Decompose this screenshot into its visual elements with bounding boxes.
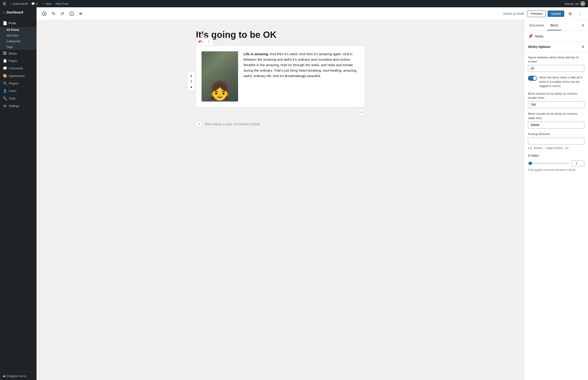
section-collapse-icon: ∧ <box>582 44 584 49</box>
sticky-block-icon: 📌 <box>198 40 201 43</box>
pushup-label: Pushup Element: <box>528 132 584 136</box>
sticky-block-header: 📌 Sticky <box>524 31 588 42</box>
block-more-options-button[interactable]: ⋮ <box>205 38 212 45</box>
block-controls: 📌 ▾ ⋮ <box>196 38 213 46</box>
toggle-label-text: Move the block down a little bit if ther… <box>539 76 584 88</box>
sidebar-subitem-categories[interactable]: Categories <box>0 38 37 44</box>
sidebar-subitem-add-new[interactable]: Add New <box>0 33 37 38</box>
sidebar-item-plugins[interactable]: 🔌 Plugins <box>0 80 37 87</box>
plus-icon: ＋ <box>41 1 44 6</box>
settings-button[interactable] <box>566 10 574 18</box>
space-input[interactable] <box>528 65 584 72</box>
adminbar-new[interactable]: ＋ New <box>41 1 52 6</box>
adminbar-comments[interactable]: 💬 0 <box>31 2 38 5</box>
sidebar-item-tools[interactable]: 🔧 Tools <box>0 95 37 102</box>
option-min-screen: Block should not be sticky on screens sm… <box>528 92 584 108</box>
list-view-button[interactable] <box>77 10 85 18</box>
editor-toolbar: Switch to Draft Preview Update ⋮ <box>37 7 588 20</box>
redo-button[interactable] <box>59 10 67 18</box>
sidebar-item-comments[interactable]: 💬 Comments <box>0 65 37 72</box>
block-move-controls: ▲ ⠿ ▼ <box>188 72 195 91</box>
sidebar: ⌂ Dashboard 📄 Posts All Posts Add New Ca… <box>0 7 37 380</box>
bold-text: Life is amazing. <box>243 52 269 56</box>
sidebar-brand[interactable]: ⌂ Dashboard <box>0 7 37 18</box>
min-screen-label: Block should not be sticky on screens sm… <box>528 92 584 100</box>
block-type-button[interactable]: 📌 ▾ <box>197 38 203 45</box>
add-block-inside-button[interactable]: ＋ <box>358 109 365 115</box>
sticky-options-title: Sticky Options <box>528 45 550 49</box>
pushup-input[interactable] <box>528 137 584 144</box>
undo-button[interactable] <box>49 10 58 18</box>
zindex-value-input[interactable] <box>572 161 584 166</box>
zindex-label: Z-index: <box>528 154 584 157</box>
home-icon: ⌂ <box>10 2 12 5</box>
sidebar-item-pages[interactable]: 📋 Pages <box>0 57 37 65</box>
collapse-menu-button[interactable]: ◀ Collapse menu <box>0 372 37 380</box>
more-options-button[interactable]: ⋮ <box>576 10 584 18</box>
admin-bar: ⊞ ⌂ GutenSenff 💬 0 ＋ New View Post Howdy… <box>0 0 588 7</box>
comment-icon: 💬 <box>31 2 35 5</box>
sidebar-item-users[interactable]: 👤 Users <box>0 87 37 95</box>
settings-icon: ⚙ <box>3 104 7 108</box>
sticky-options-content: Space between sticky block and top of sc… <box>524 52 588 175</box>
option-toggle-row: Move the block down a little bit if ther… <box>528 76 584 88</box>
min-screen-input[interactable] <box>528 101 584 108</box>
update-button[interactable]: Update <box>547 11 564 17</box>
space-label: Space between sticky block and top of sc… <box>528 56 584 64</box>
move-up-button[interactable]: ▲ <box>188 73 194 78</box>
max-screen-label: Block should not be sticky on screens wi… <box>528 112 584 120</box>
panel-tabs: Document Block ✕ <box>524 20 588 31</box>
pushup-hint: e.g. '#footer', '.widget-bottom', etc. <box>528 146 584 150</box>
sidebar-subitem-all-posts[interactable]: All Posts <box>0 27 37 33</box>
adminbar-site-name[interactable]: ⌂ GutenSenff <box>10 2 28 5</box>
plugins-icon: 🔌 <box>3 81 7 86</box>
sidebar-item-settings[interactable]: ⚙ Settings <box>0 102 37 110</box>
drag-handle[interactable]: ⠿ <box>188 79 194 84</box>
tab-block[interactable]: Block <box>547 21 561 30</box>
collapse-icon: ◀ <box>3 374 5 378</box>
sidebar-item-appearance[interactable]: 🎨 Appearance <box>0 72 37 80</box>
sticky-options-section-header[interactable]: Sticky Options ∧ <box>524 42 588 52</box>
block-image <box>202 51 238 101</box>
tab-document[interactable]: Document <box>526 21 547 30</box>
media-icon: 🖼 <box>3 51 7 56</box>
zindex-slider[interactable] <box>528 163 569 164</box>
users-icon: 👤 <box>3 89 7 93</box>
sticky-pin-icon: 📌 <box>528 34 533 39</box>
sidebar-subitem-tags[interactable]: Tags <box>0 44 37 50</box>
adminbar-view-post[interactable]: View Post <box>55 2 68 5</box>
option-pushup: Pushup Element: e.g. '#footer', '.widget… <box>528 132 584 150</box>
chevron-down-icon: ▾ <box>201 40 203 43</box>
add-block-button[interactable] <box>40 10 48 18</box>
wp-logo-icon[interactable]: ⊞ <box>3 1 6 6</box>
zindex-hint: Only applies once the element is sticky <box>528 168 584 172</box>
editor-canvas: It's going to be OK 📌 ▾ ⋮ ▲ <box>37 20 524 380</box>
toolbar-toggle[interactable] <box>528 76 537 81</box>
add-block-row: ＋ Start writing or type / to choose a bl… <box>196 121 365 127</box>
preview-button[interactable]: Preview <box>527 10 546 17</box>
move-down-button[interactable]: ▼ <box>188 85 194 90</box>
sticky-block-label: Sticky <box>535 35 543 38</box>
post-title[interactable]: It's going to be OK <box>196 29 365 40</box>
option-max-screen: Block should not be sticky on screens wi… <box>528 112 584 128</box>
panel-close-button[interactable]: ✕ <box>579 22 586 29</box>
max-screen-input[interactable] <box>528 122 584 128</box>
pages-icon: 📋 <box>3 59 7 63</box>
comments-icon: 💬 <box>3 66 7 71</box>
dashboard-icon: ⌂ <box>3 11 4 14</box>
add-block-placeholder: Start writing or type / to choose a bloc… <box>204 122 260 126</box>
block-text[interactable]: Life is amazing. And then it's awful. An… <box>243 51 359 79</box>
posts-icon: 📄 <box>3 21 7 25</box>
sidebar-item-posts[interactable]: 📄 Posts <box>0 19 37 27</box>
right-panel: Document Block ✕ 📌 Sticky Sticky Options… <box>524 20 588 380</box>
avatar: wp <box>580 1 585 6</box>
option-space: Space between sticky block and top of sc… <box>528 56 584 72</box>
sidebar-item-media[interactable]: 🖼 Media <box>0 50 37 57</box>
option-zindex: Z-index: Only applies once the element i… <box>528 154 584 172</box>
add-block-bottom-button[interactable]: ＋ <box>196 121 202 127</box>
info-button[interactable] <box>68 10 76 18</box>
switch-to-draft-button[interactable]: Switch to Draft <box>501 11 526 17</box>
appearance-icon: 🎨 <box>3 74 7 78</box>
media-text-block[interactable]: Life is amazing. And then it's awful. An… <box>196 46 365 107</box>
tools-icon: 🔧 <box>3 96 7 101</box>
